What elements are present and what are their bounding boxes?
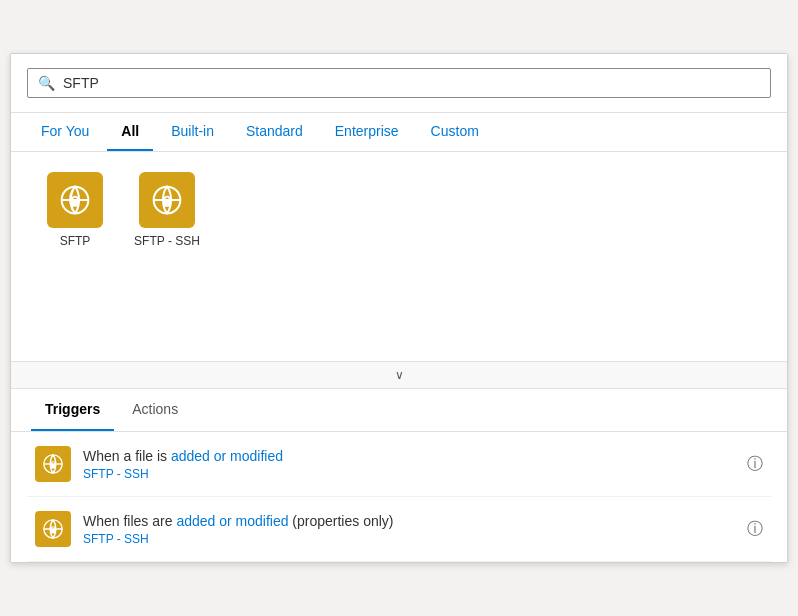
sub-tabs: Triggers Actions — [11, 389, 787, 432]
collapse-icon: ∨ — [395, 368, 404, 382]
tabs-bar: For You All Built-in Standard Enterprise… — [11, 113, 787, 152]
tab-standard[interactable]: Standard — [232, 113, 317, 151]
trigger-info-2: When files are added or modified (proper… — [83, 513, 739, 546]
trigger-info-1: When a file is added or modified SFTP - … — [83, 448, 739, 481]
search-icon: 🔍 — [38, 75, 55, 91]
connector-label-sftp: SFTP — [60, 234, 91, 250]
search-bar: 🔍 — [11, 54, 787, 113]
trigger-subtitle-2: SFTP - SSH — [83, 532, 739, 546]
trigger-title-1: When a file is added or modified — [83, 448, 739, 464]
connector-sftp[interactable]: SFTP — [35, 172, 115, 250]
trigger-icon-2 — [35, 511, 71, 547]
subtab-actions[interactable]: Actions — [118, 389, 192, 431]
tab-for-you[interactable]: For You — [27, 113, 103, 151]
connector-icon-sftp-ssh — [139, 172, 195, 228]
info-icon-1[interactable]: ⓘ — [747, 454, 763, 475]
svg-rect-5 — [163, 200, 171, 207]
trigger-icon-1 — [35, 446, 71, 482]
subtab-triggers[interactable]: Triggers — [31, 389, 114, 431]
globe-lock-icon — [59, 184, 91, 216]
globe-icon-trigger-2 — [42, 518, 64, 540]
globe-icon-trigger-1 — [42, 453, 64, 475]
search-input[interactable] — [63, 75, 760, 91]
connectors-panel: SFTP SFTP - SSH — [11, 152, 787, 362]
connector-sftp-ssh[interactable]: SFTP - SSH — [127, 172, 207, 250]
connector-icon-sftp — [47, 172, 103, 228]
tab-custom[interactable]: Custom — [417, 113, 493, 151]
trigger-item-2[interactable]: When files are added or modified (proper… — [27, 497, 771, 562]
tab-built-in[interactable]: Built-in — [157, 113, 228, 151]
trigger-subtitle-1: SFTP - SSH — [83, 467, 739, 481]
connector-label-sftp-ssh: SFTP - SSH — [134, 234, 200, 250]
collapse-row[interactable]: ∨ — [11, 362, 787, 389]
trigger-title-2: When files are added or modified (proper… — [83, 513, 739, 529]
svg-rect-8 — [50, 464, 56, 469]
tab-all[interactable]: All — [107, 113, 153, 151]
tab-enterprise[interactable]: Enterprise — [321, 113, 413, 151]
info-icon-2[interactable]: ⓘ — [747, 519, 763, 540]
trigger-list: When a file is added or modified SFTP - … — [11, 432, 787, 562]
svg-rect-2 — [71, 200, 79, 207]
main-container: 🔍 For You All Built-in Standard Enterpri… — [10, 53, 788, 563]
svg-rect-11 — [50, 529, 56, 534]
trigger-item-1[interactable]: When a file is added or modified SFTP - … — [27, 432, 771, 497]
bottom-panel: Triggers Actions When a fil — [11, 389, 787, 562]
search-input-wrapper[interactable]: 🔍 — [27, 68, 771, 98]
globe-lock-ssh-icon — [151, 184, 183, 216]
